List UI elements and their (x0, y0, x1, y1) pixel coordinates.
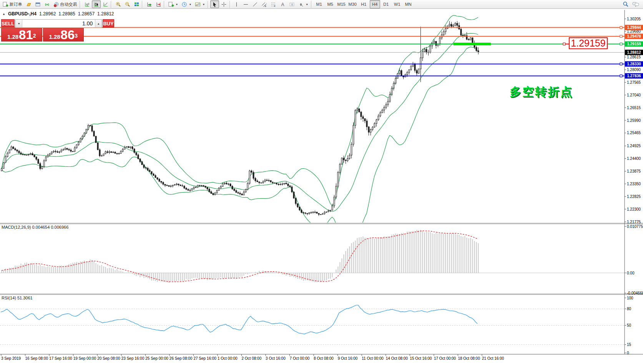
chart-ohlc-header: ▲ GBPUSD-,H4 1.28962 1.28985 1.28657 1.2… (2, 11, 114, 17)
svg-text:50: 50 (627, 323, 631, 327)
svg-text:1.27565: 1.27565 (627, 80, 641, 85)
level-anchor-square[interactable] (620, 35, 622, 38)
svg-text:1.24400: 1.24400 (627, 156, 641, 161)
level-lines-layer[interactable] (0, 27, 625, 77)
svg-text:1.22825: 1.22825 (627, 194, 641, 199)
svg-text:11 Oct 00:00: 11 Oct 00:00 (362, 356, 384, 361)
svg-text:8 Oct 08:00: 8 Oct 08:00 (314, 356, 334, 361)
svg-text:23 Sep 16:00: 23 Sep 16:00 (121, 356, 145, 361)
svg-text:1.29844: 1.29844 (627, 25, 641, 30)
level-anchor-square[interactable] (620, 75, 622, 77)
svg-text:80: 80 (627, 307, 631, 311)
svg-text:19 Sep 00:00: 19 Sep 00:00 (73, 356, 96, 361)
svg-text:2 Oct 08:00: 2 Oct 08:00 (242, 356, 262, 361)
bollinger-bands-layer (2, 15, 478, 242)
svg-text:1.30205: 1.30205 (627, 17, 641, 21)
buy-price-big: 86 (61, 29, 75, 41)
sell-price-small: 1.28 (7, 33, 18, 41)
volume-input[interactable] (22, 20, 95, 27)
svg-text:1.29159: 1.29159 (627, 42, 641, 46)
svg-text:16 Sep 08:00: 16 Sep 08:00 (25, 356, 48, 361)
svg-text:1 Oct 00:00: 1 Oct 00:00 (218, 356, 238, 361)
svg-text:3 Sep 2019: 3 Sep 2019 (1, 356, 21, 361)
svg-text:1.28812: 1.28812 (627, 50, 641, 55)
svg-text:1.25465: 1.25465 (627, 131, 641, 135)
svg-text:20 Sep 08:00: 20 Sep 08:00 (97, 356, 120, 361)
svg-text:1.23350: 1.23350 (627, 182, 641, 186)
level-anchor-square[interactable] (620, 63, 622, 65)
sell-price-big: 81 (19, 29, 33, 41)
svg-text:15: 15 (627, 342, 631, 347)
time-axis[interactable]: 3 Sep 201916 Sep 08:0017 Sep 16:0019 Sep… (1, 354, 504, 361)
svg-text:7 Oct 00:00: 7 Oct 00:00 (290, 356, 310, 361)
ohlc-high: 1.28985 (58, 11, 75, 17)
svg-text:1.27836: 1.27836 (627, 74, 641, 78)
svg-text:0: 0 (627, 351, 629, 355)
svg-text:1.28330: 1.28330 (627, 62, 641, 66)
one-click-trading-panel: SELL ▼ ▲ BUY 1.28 81 2 1.28 86 3 (1, 19, 84, 42)
svg-text:9 Oct 16:00: 9 Oct 16:00 (338, 356, 358, 361)
svg-text:1.24925: 1.24925 (627, 144, 641, 148)
svg-text:1.29478: 1.29478 (627, 34, 641, 38)
ohlc-open: 1.28962 (39, 11, 56, 17)
callout-anchor-square[interactable] (563, 43, 565, 45)
buy-button[interactable]: BUY (103, 19, 114, 28)
svg-text:1.26515: 1.26515 (627, 106, 641, 110)
rsi-pane-layer (0, 305, 625, 345)
rsi-pane-label: RSI(14) 51.3061 (2, 296, 33, 300)
chart-canvas[interactable]: 1.302051.296801.286151.280901.275651.270… (0, 0, 643, 364)
svg-text:14 Oct 08:00: 14 Oct 08:00 (386, 356, 408, 361)
svg-text:1.28615: 1.28615 (627, 55, 641, 59)
svg-text:-0.004668: -0.004668 (627, 291, 643, 295)
sell-price-tile[interactable]: 1.28 81 2 (1, 28, 42, 42)
sell-price-sup: 2 (33, 28, 36, 43)
svg-text:26 Sep 08:00: 26 Sep 08:00 (169, 356, 193, 361)
sell-button[interactable]: SELL (1, 19, 15, 28)
svg-text:15 Oct 16:00: 15 Oct 16:00 (410, 356, 432, 361)
buy-price-sup: 3 (75, 28, 78, 43)
candles-layer (1, 21, 479, 216)
level-anchor-square[interactable] (620, 43, 622, 45)
volume-decrease-button[interactable]: ▼ (16, 20, 22, 27)
buy-price-tile[interactable]: 1.28 86 3 (43, 28, 84, 42)
svg-text:0.00: 0.00 (627, 271, 635, 275)
svg-text:1.28090: 1.28090 (627, 68, 641, 72)
chart-annotation-text[interactable]: 多空转折点 (510, 84, 573, 100)
buy-price-small: 1.28 (49, 33, 60, 41)
svg-text:17 Oct 00:00: 17 Oct 00:00 (434, 356, 456, 361)
svg-text:0.010775: 0.010775 (627, 224, 643, 229)
macd-pane-layer (0, 230, 625, 283)
svg-text:27 Sep 16:00: 27 Sep 16:00 (193, 356, 216, 361)
svg-text:1.23875: 1.23875 (627, 169, 641, 173)
volume-increase-button[interactable]: ▲ (95, 20, 101, 27)
ohlc-close: 1.28812 (97, 11, 114, 17)
svg-text:1.22300: 1.22300 (627, 207, 641, 211)
level-anchor-square[interactable] (620, 27, 622, 29)
price-axis[interactable]: 1.302051.296801.286151.280901.275651.270… (625, 10, 643, 355)
ohlc-low: 1.28657 (78, 11, 95, 17)
collapse-icon[interactable]: ▲ (2, 12, 5, 16)
svg-text:1.27040: 1.27040 (627, 93, 641, 97)
svg-text:3 Oct 16:00: 3 Oct 16:00 (266, 356, 286, 361)
volume-stepper: ▼ ▲ (15, 19, 102, 28)
svg-text:100: 100 (627, 296, 633, 300)
svg-text:1.25990: 1.25990 (627, 118, 641, 123)
svg-text:21 Oct 16:00: 21 Oct 16:00 (482, 356, 504, 361)
svg-text:18 Oct 08:00: 18 Oct 08:00 (458, 356, 480, 361)
svg-text:17 Sep 16:00: 17 Sep 16:00 (49, 356, 72, 361)
svg-text:25 Sep 00:00: 25 Sep 00:00 (145, 356, 168, 361)
svg-text:1.21775: 1.21775 (627, 220, 641, 224)
macd-pane-label: MACD(12,26,9) 0.004654 0.006966 (2, 225, 68, 229)
price-callout-label[interactable]: 1.29159 (569, 37, 608, 49)
symbol-title: GBPUSD-,H4 (8, 11, 37, 17)
